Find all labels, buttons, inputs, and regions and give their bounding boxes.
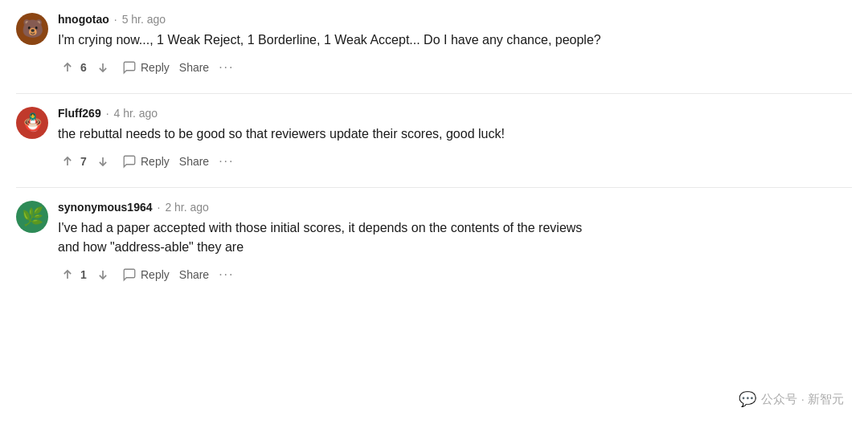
- comment-item: 🪆 Fluff269 · 4 hr. ago the rebuttal need…: [16, 107, 852, 171]
- vote-group: 7: [58, 152, 113, 171]
- share-label: Share: [179, 155, 209, 168]
- comment-header: hnogotao · 5 hr. ago: [58, 13, 852, 26]
- upvote-count: 7: [80, 155, 90, 168]
- reply-label: Reply: [141, 61, 170, 74]
- reply-button[interactable]: Reply: [122, 266, 170, 283]
- username: synonymous1964: [58, 201, 153, 214]
- timestamp: 2 hr. ago: [165, 201, 209, 214]
- avatar: 🪆: [16, 107, 48, 139]
- share-button[interactable]: Share: [179, 59, 209, 75]
- share-button[interactable]: Share: [179, 267, 209, 283]
- vote-group: 1: [58, 265, 113, 284]
- watermark: 💬 公众号 · 新智元: [739, 390, 844, 408]
- comment-header: synonymous1964 · 2 hr. ago: [58, 201, 852, 214]
- more-button[interactable]: ···: [219, 154, 234, 169]
- timestamp: 5 hr. ago: [122, 13, 166, 26]
- comment-item: 🐻 hnogotao · 5 hr. ago I'm crying now...…: [16, 13, 852, 77]
- reply-button[interactable]: Reply: [122, 59, 170, 76]
- more-icon: ···: [219, 154, 234, 169]
- upvote-button[interactable]: [58, 265, 77, 284]
- comment-body: hnogotao · 5 hr. ago I'm crying now..., …: [58, 13, 852, 77]
- more-icon: ···: [219, 267, 234, 282]
- upvote-count: 1: [80, 268, 90, 281]
- avatar: 🌿: [16, 201, 48, 233]
- comment-text: I'm crying now..., 1 Weak Reject, 1 Bord…: [58, 31, 852, 50]
- upvote-button[interactable]: [58, 152, 77, 171]
- share-label: Share: [179, 61, 209, 74]
- comment-actions: 1 Reply Share ···: [58, 265, 852, 284]
- more-icon: ···: [219, 60, 234, 75]
- username: Fluff269: [58, 107, 101, 120]
- downvote-button[interactable]: [93, 265, 113, 284]
- timestamp: 4 hr. ago: [114, 107, 158, 120]
- vote-group: 6: [58, 58, 113, 77]
- reply-label: Reply: [141, 155, 170, 168]
- comment-header: Fluff269 · 4 hr. ago: [58, 107, 852, 120]
- comment-actions: 6 Reply Share ···: [58, 58, 852, 77]
- more-button[interactable]: ···: [219, 267, 234, 282]
- avatar: 🐻: [16, 13, 48, 45]
- upvote-button[interactable]: [58, 58, 77, 77]
- comment-text: I've had a paper accepted with those ini…: [58, 218, 852, 257]
- watermark-text: 公众号 · 新智元: [761, 392, 844, 407]
- comment-actions: 7 Reply Share ···: [58, 152, 852, 171]
- wechat-icon: 💬: [739, 390, 756, 408]
- share-label: Share: [179, 268, 209, 281]
- divider: [16, 93, 852, 94]
- downvote-button[interactable]: [93, 152, 113, 171]
- reply-button[interactable]: Reply: [122, 153, 170, 170]
- divider: [16, 187, 852, 188]
- more-button[interactable]: ···: [219, 60, 234, 75]
- comment-item: 🌿 synonymous1964 · 2 hr. ago I've had a …: [16, 201, 852, 284]
- downvote-button[interactable]: [93, 58, 113, 77]
- upvote-count: 6: [80, 61, 90, 74]
- share-button[interactable]: Share: [179, 153, 209, 169]
- username: hnogotao: [58, 13, 109, 26]
- comment-text: the rebuttal needs to be good so that re…: [58, 124, 852, 144]
- comment-body: Fluff269 · 4 hr. ago the rebuttal needs …: [58, 107, 852, 171]
- reply-label: Reply: [141, 268, 170, 281]
- comment-body: synonymous1964 · 2 hr. ago I've had a pa…: [58, 201, 852, 284]
